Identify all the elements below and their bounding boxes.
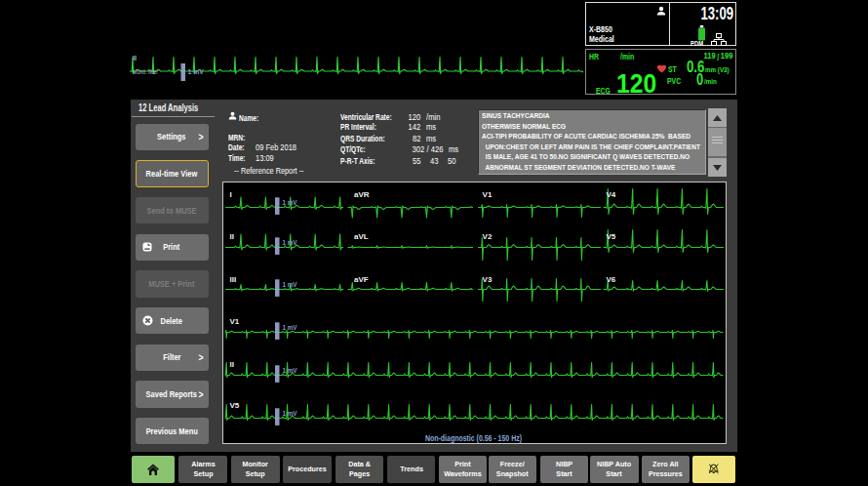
svg-text:V5: V5 [230, 401, 240, 410]
svg-text:V2: V2 [483, 232, 493, 241]
svg-text:II: II [230, 232, 234, 241]
svg-text:1 mV: 1 mV [283, 281, 297, 288]
svg-text:1 mV: 1 mV [283, 239, 297, 246]
svg-text:II: II [230, 360, 234, 369]
svg-text:1 mV: 1 mV [283, 199, 297, 206]
svg-text:V5: V5 [607, 232, 616, 241]
svg-text:V4: V4 [607, 190, 616, 199]
svg-text:V1: V1 [483, 190, 493, 199]
svg-text:aVR: aVR [354, 190, 370, 199]
svg-text:Non-diagnostic (0.56 - 150 Hz): Non-diagnostic (0.56 - 150 Hz) [425, 433, 522, 443]
svg-text:V1: V1 [230, 317, 240, 326]
svg-text:1 mV: 1 mV [283, 367, 297, 374]
svg-text:aVL: aVL [354, 232, 369, 241]
svg-text:V6: V6 [607, 275, 616, 284]
svg-text:I: I [230, 190, 232, 199]
svg-text:aVF: aVF [354, 275, 369, 284]
svg-text:V3: V3 [483, 275, 493, 284]
svg-text:1 mV: 1 mV [283, 324, 297, 331]
svg-text:1 mV: 1 mV [188, 68, 205, 75]
svg-text:III: III [230, 275, 237, 284]
svg-text:1 mV: 1 mV [283, 410, 297, 417]
